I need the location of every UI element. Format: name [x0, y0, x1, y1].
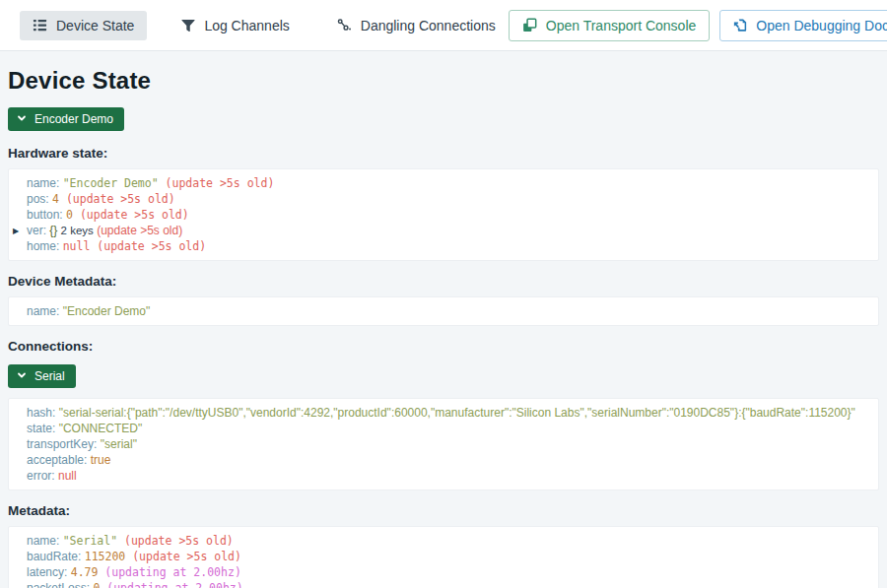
json-row: baudRate: 115200 (update >5s old) [9, 549, 878, 564]
connection-toggle-label: Serial [34, 369, 65, 383]
device-toggle-button[interactable]: Encoder Demo [8, 107, 124, 131]
json-annotation: (updating at 2.00hz) [98, 565, 240, 579]
json-value: "Serial" [63, 534, 117, 548]
json-annotation: (updating at 2.00hz) [100, 581, 242, 588]
json-annotation: (update >5s old) [94, 224, 182, 237]
tab-dangling-connections[interactable]: Dangling Connections [324, 11, 509, 40]
connection-metadata-box: name: "Serial" (update >5s old)baudRate:… [8, 526, 879, 588]
json-key: error: [27, 469, 58, 483]
json-key: hash: [27, 406, 59, 420]
json-key: name: [27, 304, 63, 318]
connections-heading: Connections: [8, 339, 879, 354]
json-row: name: "Encoder Demo" (update >5s old) [9, 175, 878, 191]
json-value: 0 [66, 208, 73, 222]
json-annotation: (update >5s old) [117, 534, 234, 548]
json-key: baudRate: [27, 550, 85, 563]
json-key: transportKey: [27, 437, 101, 451]
tab-device-state[interactable]: Device State [20, 11, 147, 40]
json-value: true [91, 453, 111, 467]
tab-label: Dangling Connections [361, 18, 496, 33]
json-row: button: 0 (update >5s old) [9, 207, 878, 223]
json-key: name: [27, 176, 63, 190]
hardware-state-box: name: "Encoder Demo" (update >5s old)pos… [8, 168, 879, 261]
json-key: home: [27, 239, 63, 253]
json-key: state: [27, 422, 59, 435]
json-key: name: [27, 534, 63, 548]
json-key: button: [27, 208, 66, 222]
json-key: pos: [27, 192, 52, 206]
open-debugging-docs-button[interactable]: Open Debugging Docs [719, 10, 887, 41]
json-row: latency: 4.79 (updating at 2.00hz) [9, 564, 878, 580]
json-object-size: 2 keys [57, 225, 93, 236]
json-value: 4 [52, 192, 59, 206]
connection-details-box: hash: "serial-serial:{"path":"/dev/ttyUS… [8, 398, 879, 490]
chevron-down-icon [17, 112, 27, 126]
tab-log-channels[interactable]: Log Channels [169, 11, 302, 40]
page-title: Device State [8, 67, 879, 95]
connection-serial-toggle-button[interactable]: Serial [8, 364, 76, 388]
tab-label: Log Channels [204, 18, 289, 33]
json-row: error: null [9, 468, 878, 484]
json-row: home: null (update >5s old) [9, 238, 878, 254]
tab-bar: Device State Log Channels Dangling Conne… [20, 11, 509, 40]
json-annotation: (update >5s old) [159, 176, 275, 190]
json-key: packetLoss: [27, 581, 93, 588]
json-value: null [63, 239, 91, 253]
action-button-label: Open Debugging Docs [756, 18, 887, 33]
json-row: hash: "serial-serial:{"path":"/dev/ttyUS… [9, 405, 878, 421]
json-row: name: "Serial" (update >5s old) [9, 533, 878, 549]
hardware-state-heading: Hardware state: [8, 146, 879, 161]
document-open-icon [733, 18, 747, 33]
json-key: latency: [27, 565, 71, 579]
json-value: "Encoder Demo" [63, 176, 159, 190]
console-windows-icon [522, 18, 537, 33]
device-metadata-box: name: "Encoder Demo" [8, 296, 879, 326]
json-value: "CONNECTED" [59, 422, 143, 435]
toolbar-actions: Open Transport Console Open Debugging Do… [509, 10, 887, 41]
json-value: "serial" [101, 437, 137, 451]
json-row: acceptable: true [9, 452, 878, 468]
json-value: 4.79 [71, 565, 99, 579]
json-row: ▶ver: {} 2 keys (update >5s old) [9, 223, 878, 238]
main-content: Device State Encoder Demo Hardware state… [0, 51, 887, 588]
json-annotation: (update >5s old) [59, 192, 175, 206]
connection-metadata-heading: Metadata: [8, 503, 879, 518]
json-annotation: (update >5s old) [73, 208, 189, 222]
tab-label: Device State [56, 18, 134, 33]
device-metadata-heading: Device Metadata: [8, 274, 879, 289]
json-row: name: "Encoder Demo" [9, 303, 878, 319]
json-row: transportKey: "serial" [9, 436, 878, 452]
connections-icon [337, 18, 352, 33]
expand-arrow-icon[interactable]: ▶ [13, 224, 19, 238]
json-key: acceptable: [27, 453, 91, 467]
device-toggle-label: Encoder Demo [34, 112, 113, 126]
list-icon [33, 18, 47, 33]
json-value: "Encoder Demo" [63, 304, 151, 318]
open-transport-console-button[interactable]: Open Transport Console [509, 10, 711, 41]
json-row: state: "CONNECTED" [9, 421, 878, 436]
filter-icon [181, 19, 195, 33]
toolbar: Device State Log Channels Dangling Conne… [0, 0, 887, 51]
chevron-down-icon [17, 369, 27, 383]
action-button-label: Open Transport Console [546, 18, 697, 33]
json-value: "serial-serial:{"path":"/dev/ttyUSB0","v… [59, 406, 855, 420]
json-value: null [58, 469, 77, 483]
json-annotation: (update >5s old) [125, 550, 241, 563]
json-key: ver: [27, 224, 49, 237]
json-row: pos: 4 (update >5s old) [9, 191, 878, 207]
json-value: 115200 [85, 550, 126, 563]
json-row: packetLoss: 0 (updating at 2.00hz) [9, 580, 878, 588]
json-annotation: (update >5s old) [90, 239, 206, 253]
